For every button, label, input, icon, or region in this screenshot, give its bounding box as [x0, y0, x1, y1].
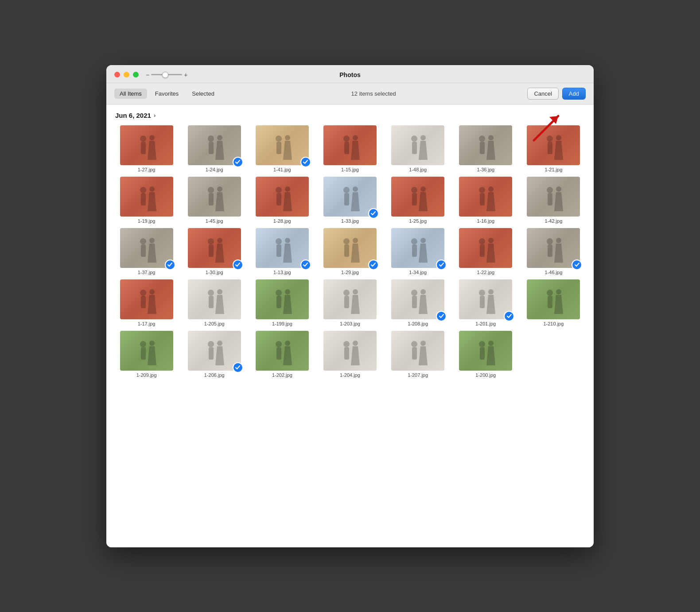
photo-item[interactable]: 1-200.jpg	[455, 331, 517, 378]
svg-point-112	[556, 289, 561, 294]
filter-selected-button[interactable]: Selected	[187, 89, 220, 99]
toolbar: All Items Favorites Selected 12 items se…	[106, 83, 594, 105]
photo-item[interactable]: 1-46.jpg	[522, 228, 585, 275]
svg-point-28	[556, 135, 561, 140]
zoom-minus-icon[interactable]: −	[146, 71, 149, 78]
photo-item[interactable]: 1-45.jpg	[183, 177, 245, 224]
photo-item[interactable]: 1-199.jpg	[251, 279, 313, 326]
svg-rect-19	[412, 142, 417, 154]
svg-point-36	[217, 186, 222, 192]
photo-item[interactable]: 1-28.jpg	[251, 177, 313, 224]
cancel-button[interactable]: Cancel	[527, 88, 558, 100]
svg-rect-55	[548, 193, 552, 205]
date-chevron-icon[interactable]: ›	[154, 112, 156, 119]
photo-label: 1-17.jpg	[138, 321, 156, 326]
photo-thumbnail	[459, 279, 512, 319]
svg-marker-37	[215, 192, 224, 211]
svg-rect-67	[276, 244, 281, 257]
photo-item[interactable]: 1-27.jpg	[115, 125, 178, 172]
add-button[interactable]: Add	[562, 88, 586, 100]
photo-thumbnail	[120, 331, 173, 371]
svg-point-62	[208, 238, 214, 244]
zoom-slider[interactable]	[151, 74, 182, 75]
photo-item[interactable]: 1-17.jpg	[115, 279, 178, 326]
photo-item[interactable]: 1-210.jpg	[522, 279, 585, 326]
svg-rect-79	[480, 244, 485, 257]
svg-point-2	[140, 136, 146, 142]
zoom-plus-icon[interactable]: +	[184, 71, 187, 78]
selected-badge	[233, 260, 243, 270]
photo-item[interactable]: 1-201.jpg	[455, 279, 517, 326]
svg-marker-65	[215, 244, 224, 263]
close-button[interactable]	[114, 72, 120, 77]
photo-item[interactable]: 1-29.jpg	[319, 228, 381, 275]
photo-label: 1-24.jpg	[206, 167, 223, 172]
selected-badge	[165, 260, 175, 270]
photo-item[interactable]: 1-204.jpg	[319, 331, 381, 378]
photo-label: 1-15.jpg	[341, 167, 359, 172]
svg-rect-3	[141, 142, 146, 154]
photo-item[interactable]: 1-48.jpg	[387, 125, 449, 172]
photo-item[interactable]: 1-36.jpg	[455, 125, 517, 172]
photo-item[interactable]: 1-21.jpg	[522, 125, 585, 172]
photo-thumbnail	[256, 177, 309, 217]
svg-rect-7	[209, 142, 214, 154]
photo-label: 1-206.jpg	[204, 372, 225, 378]
svg-marker-81	[486, 244, 495, 263]
photo-item[interactable]: 1-42.jpg	[522, 177, 585, 224]
svg-point-30	[140, 187, 146, 193]
photo-thumbnail	[391, 279, 444, 319]
photo-item[interactable]: 1-205.jpg	[183, 279, 245, 326]
svg-rect-47	[412, 193, 417, 205]
svg-point-74	[411, 238, 417, 244]
svg-point-82	[547, 238, 553, 244]
photo-item[interactable]: 1-208.jpg	[387, 279, 449, 326]
minimize-button[interactable]	[124, 72, 129, 77]
filter-all-button[interactable]: All Items	[114, 89, 147, 99]
photo-item[interactable]: 1-33.jpg	[319, 177, 381, 224]
photo-label: 1-208.jpg	[408, 321, 428, 326]
photo-item[interactable]: 1-22.jpg	[455, 228, 517, 275]
photo-item[interactable]: 1-206.jpg	[183, 331, 245, 378]
photo-item[interactable]: 1-15.jpg	[319, 125, 381, 172]
photo-item[interactable]: 1-19.jpg	[115, 177, 178, 224]
photo-thumbnail	[256, 228, 309, 268]
svg-point-68	[285, 238, 290, 243]
photo-item[interactable]: 1-203.jpg	[319, 279, 381, 326]
svg-point-12	[285, 135, 290, 140]
svg-point-16	[353, 135, 358, 140]
photo-grid: 1-27.jpg 1-24.jpg 1-41.jpg	[115, 125, 585, 378]
photo-item[interactable]: 1-209.jpg	[115, 331, 178, 378]
photo-item[interactable]: 1-25.jpg	[387, 177, 449, 224]
filter-favorites-button[interactable]: Favorites	[150, 89, 184, 99]
svg-rect-127	[344, 347, 349, 360]
photo-label: 1-30.jpg	[206, 270, 223, 275]
svg-rect-95	[276, 296, 281, 308]
photo-item[interactable]: 1-30.jpg	[183, 228, 245, 275]
svg-point-90	[208, 290, 214, 296]
photo-item[interactable]: 1-202.jpg	[251, 331, 313, 378]
svg-rect-27	[548, 142, 552, 154]
svg-marker-69	[283, 244, 292, 263]
svg-point-86	[140, 290, 146, 296]
photo-item[interactable]: 1-24.jpg	[183, 125, 245, 172]
photo-thumbnail	[120, 228, 173, 268]
svg-marker-73	[351, 244, 360, 263]
photo-item[interactable]: 1-207.jpg	[387, 331, 449, 378]
photo-label: 1-19.jpg	[138, 218, 156, 224]
photo-item[interactable]: 1-41.jpg	[251, 125, 313, 172]
photo-thumbnail	[391, 125, 444, 165]
zoom-control: − +	[146, 71, 187, 78]
photo-label: 1-37.jpg	[138, 270, 156, 275]
photo-thumbnail	[188, 177, 241, 217]
svg-marker-93	[215, 295, 224, 314]
svg-rect-131	[412, 347, 417, 360]
action-buttons: Cancel Add	[527, 88, 586, 100]
svg-rect-15	[344, 142, 349, 154]
maximize-button[interactable]	[133, 72, 139, 77]
photo-item[interactable]: 1-13.jpg	[251, 228, 313, 275]
photo-item[interactable]: 1-16.jpg	[455, 177, 517, 224]
photo-label: 1-28.jpg	[273, 218, 291, 224]
photo-item[interactable]: 1-34.jpg	[387, 228, 449, 275]
photo-item[interactable]: 1-37.jpg	[115, 228, 178, 275]
